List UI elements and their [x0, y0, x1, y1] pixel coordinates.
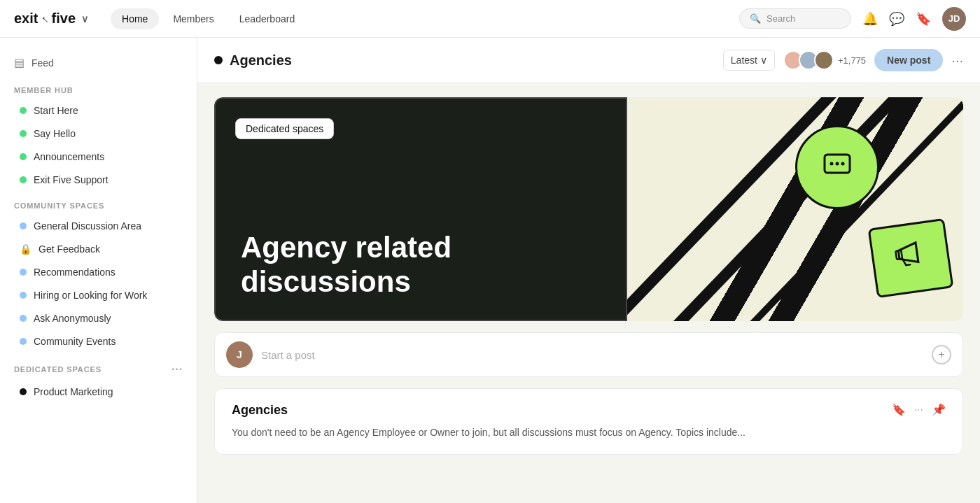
sidebar-item-ask-anonymously[interactable]: Ask Anonymously: [6, 307, 191, 330]
dedicated-spaces-more-icon[interactable]: ···: [172, 363, 183, 376]
sidebar: ▤ Feed MEMBER HUB Start Here Say Hello A…: [0, 38, 197, 503]
logo[interactable]: exit ↑ five ∨: [14, 10, 88, 27]
svg-point-3: [841, 162, 845, 165]
channel-name: Agencies: [230, 52, 292, 69]
notification-bell-icon[interactable]: 🔔: [862, 11, 878, 27]
green-dot-icon: [20, 153, 27, 160]
hero-green-square: [868, 218, 954, 298]
blue-dot-icon: [20, 292, 27, 299]
svg-point-1: [830, 162, 834, 165]
green-dot-icon: [20, 176, 27, 183]
sidebar-item-exit-five-support[interactable]: Exit Five Support: [6, 169, 191, 191]
hero-left-panel: Dedicated spaces Agency relateddiscussio…: [214, 97, 627, 321]
logo-text: exit ↑ five: [14, 10, 76, 27]
new-post-button[interactable]: New post: [874, 49, 943, 71]
post-card-header: Agencies 🔖 ··· 📌: [232, 403, 946, 418]
post-bookmark-icon[interactable]: 🔖: [892, 403, 906, 416]
user-post-avatar: J: [226, 341, 253, 368]
hero-badge: Dedicated spaces: [235, 118, 334, 139]
search-placeholder: Search: [766, 13, 795, 24]
post-placeholder[interactable]: Start a post: [261, 349, 923, 361]
bookmark-icon[interactable]: 🔖: [916, 11, 931, 27]
sidebar-item-product-marketing[interactable]: Product Marketing: [6, 381, 191, 403]
post-card: Agencies 🔖 ··· 📌 You don't need to be an…: [214, 388, 963, 455]
channel-title: Agencies: [214, 52, 292, 69]
user-avatar[interactable]: JD: [942, 7, 966, 31]
nav-link-members[interactable]: Members: [162, 8, 225, 29]
sort-label: Latest: [731, 55, 757, 66]
chat-bubble-icon: [823, 153, 851, 182]
channel-header: Agencies Latest ∨ +1,775 New post ···: [197, 38, 980, 83]
svg-line-7: [906, 264, 910, 265]
hero-right-panel: [627, 97, 963, 321]
hero-green-circle: [795, 125, 879, 209]
blue-dot-icon: [20, 338, 27, 345]
sort-button[interactable]: Latest ∨: [723, 50, 775, 71]
sort-chevron-icon: ∨: [760, 55, 767, 66]
sidebar-item-community-events[interactable]: Community Events: [6, 330, 191, 353]
blue-dot-icon: [20, 315, 27, 322]
channel-dot-icon: [214, 56, 223, 64]
post-pin-icon[interactable]: 📌: [932, 403, 946, 416]
sidebar-item-start-here[interactable]: Start Here: [6, 99, 191, 122]
svg-marker-4: [897, 242, 918, 264]
sidebar-item-say-hello[interactable]: Say Hello: [6, 122, 191, 145]
section-community-spaces: COMMUNITY SPACES: [0, 192, 197, 214]
sidebar-feed-label: Feed: [31, 57, 54, 69]
channel-actions: Latest ∨ +1,775 New post ···: [723, 49, 963, 71]
green-dot-icon: [20, 107, 27, 114]
section-member-hub: MEMBER HUB: [0, 76, 197, 99]
blue-dot-icon: [20, 269, 27, 276]
post-card-title: Agencies: [232, 403, 288, 418]
nav-link-leaderboard[interactable]: Leaderboard: [228, 8, 306, 29]
blue-dot-icon: [20, 222, 27, 229]
hero-section: Dedicated spaces Agency relateddiscussio…: [197, 83, 980, 332]
hero-banner: Dedicated spaces Agency relateddiscussio…: [214, 97, 963, 321]
sidebar-item-recommendations[interactable]: Recommendations: [6, 261, 191, 283]
megaphone-icon: [893, 240, 928, 277]
feed-icon: ▤: [14, 56, 24, 69]
nav-links: Home Members Leaderboard: [111, 8, 306, 29]
post-card-actions: 🔖 ··· 📌: [892, 403, 946, 416]
svg-point-2: [836, 162, 839, 165]
nav-link-home[interactable]: Home: [111, 8, 159, 29]
section-dedicated-spaces: DEDICATED SPACES ···: [0, 353, 197, 380]
sidebar-item-announcements[interactable]: Announcements: [6, 146, 191, 168]
sidebar-feed-item[interactable]: ▤ Feed: [0, 49, 197, 76]
top-navigation: exit ↑ five ∨ Home Members Leaderboard 🔍…: [0, 0, 980, 38]
nav-right: 🔍 Search 🔔 💬 🔖 JD: [739, 7, 966, 31]
green-dot-icon: [20, 130, 27, 137]
sidebar-item-general-discussion[interactable]: General Discussion Area: [6, 215, 191, 237]
post-more-icon[interactable]: ···: [914, 404, 923, 416]
chat-icon[interactable]: 💬: [889, 11, 904, 27]
post-input-area: J Start a post +: [214, 332, 963, 377]
main-content: Agencies Latest ∨ +1,775 New post ···: [197, 38, 980, 503]
lock-icon: 🔒: [20, 243, 31, 255]
member-count: +1,775: [838, 55, 866, 66]
channel-more-icon[interactable]: ···: [951, 52, 963, 69]
post-plus-button[interactable]: +: [932, 345, 951, 364]
logo-chevron-icon: ∨: [81, 13, 88, 24]
hero-title: Agency relateddiscussions: [241, 231, 601, 299]
post-card-body: You don't need to be an Agency Employee …: [232, 425, 946, 440]
search-box[interactable]: 🔍 Search: [739, 8, 851, 29]
black-dot-icon: [20, 388, 27, 395]
member-avatar-3: [814, 50, 834, 70]
nav-left: exit ↑ five ∨ Home Members Leaderboard: [14, 8, 306, 29]
main-layout: ▤ Feed MEMBER HUB Start Here Say Hello A…: [0, 38, 980, 503]
member-avatars: +1,775: [783, 50, 866, 70]
sidebar-item-hiring[interactable]: Hiring or Looking for Work: [6, 284, 191, 306]
search-icon: 🔍: [750, 13, 761, 24]
sidebar-item-get-feedback[interactable]: 🔒 Get Feedback: [6, 238, 191, 260]
